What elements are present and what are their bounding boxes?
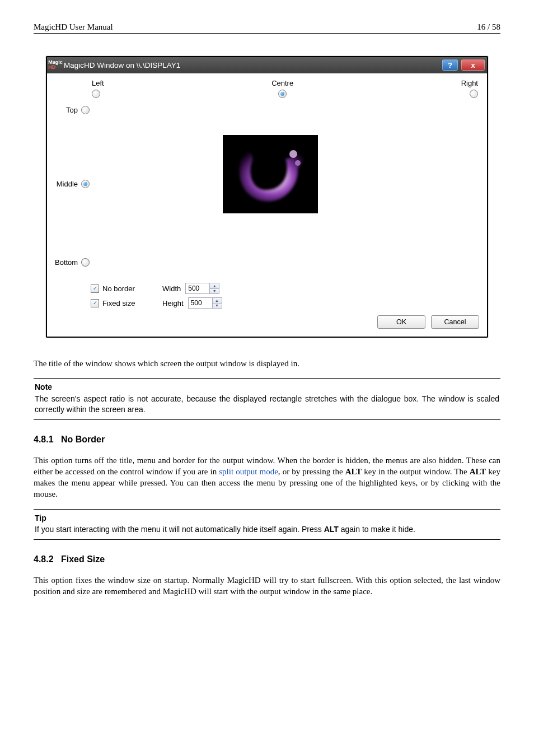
intro-paragraph: The title of the window shows which scre…: [34, 358, 500, 369]
tip-heading: Tip: [35, 513, 499, 524]
section-fixed-size-paragraph: This option fixes the window size on sta…: [34, 575, 500, 598]
split-output-mode-link[interactable]: split output mode: [219, 467, 278, 476]
radio-row-bottom[interactable]: [81, 258, 90, 267]
radio-row-middle[interactable]: [81, 180, 90, 188]
header-right: 16 / 58: [477, 22, 500, 32]
section-no-border-paragraph: This option turns off the title, menu an…: [34, 455, 500, 500]
radio-row-top[interactable]: [81, 106, 90, 114]
header-left: MagicHD User Manual: [34, 22, 113, 32]
tip-body: If you start interacting with the menu i…: [35, 524, 499, 535]
section-fixed-size-heading: 4.8.2 Fixed Size: [34, 553, 500, 566]
row-bottom-label: Bottom: [55, 258, 78, 267]
svg-rect-0: [223, 135, 318, 213]
output-preview: [223, 135, 318, 213]
no-border-checkbox[interactable]: ✓: [91, 284, 99, 293]
row-top-label: Top: [66, 106, 78, 114]
height-down-icon[interactable]: ▼: [213, 304, 222, 309]
width-up-icon[interactable]: ▲: [210, 283, 219, 289]
radio-top-left[interactable]: [92, 90, 100, 98]
svg-point-1: [289, 150, 297, 158]
fixed-size-label: Fixed size: [102, 299, 135, 307]
width-input[interactable]: [185, 283, 209, 294]
col-right-label: Right: [461, 79, 478, 87]
help-button[interactable]: ?: [442, 59, 458, 71]
fixed-size-checkbox[interactable]: ✓: [91, 299, 99, 307]
col-centre-label: Centre: [271, 79, 293, 87]
section-no-border-heading: 4.8.1 No Border: [34, 433, 500, 446]
height-up-icon[interactable]: ▲: [213, 298, 222, 304]
height-input[interactable]: [188, 297, 212, 309]
close-button[interactable]: x: [461, 59, 485, 71]
dialog-titlebar[interactable]: MagicHD MagicHD Window on \\.\DISPLAY1 ?…: [47, 57, 487, 73]
height-label: Height: [162, 299, 184, 307]
note-body: The screen's aspect ratio is not accurat…: [35, 394, 499, 415]
question-icon: ?: [448, 61, 452, 69]
ok-button[interactable]: OK: [377, 315, 425, 329]
page-header: MagicHD User Manual 16 / 58: [34, 22, 500, 34]
width-stepper[interactable]: ▲ ▼: [185, 283, 219, 294]
width-down-icon[interactable]: ▼: [210, 289, 219, 294]
preview-image-icon: [223, 135, 318, 213]
app-icon: MagicHD: [50, 61, 60, 69]
svg-point-2: [295, 160, 301, 166]
note-heading: Note: [35, 382, 499, 393]
radio-top-right[interactable]: [470, 90, 478, 98]
close-icon: x: [471, 61, 475, 69]
cancel-button[interactable]: Cancel: [431, 315, 479, 329]
no-border-label: No border: [102, 284, 135, 293]
row-middle-label: Middle: [57, 180, 78, 188]
col-left-label: Left: [92, 79, 104, 87]
dialog-title: MagicHD Window on \\.\DISPLAY1: [64, 61, 439, 69]
radio-top-centre[interactable]: [278, 90, 287, 98]
width-label: Width: [162, 284, 181, 293]
note-block: Note The screen's aspect ratio is not ac…: [34, 378, 500, 420]
output-window-dialog: MagicHD MagicHD Window on \\.\DISPLAY1 ?…: [46, 56, 488, 338]
height-stepper[interactable]: ▲ ▼: [188, 297, 222, 309]
tip-block: Tip If you start interacting with the me…: [34, 509, 500, 540]
